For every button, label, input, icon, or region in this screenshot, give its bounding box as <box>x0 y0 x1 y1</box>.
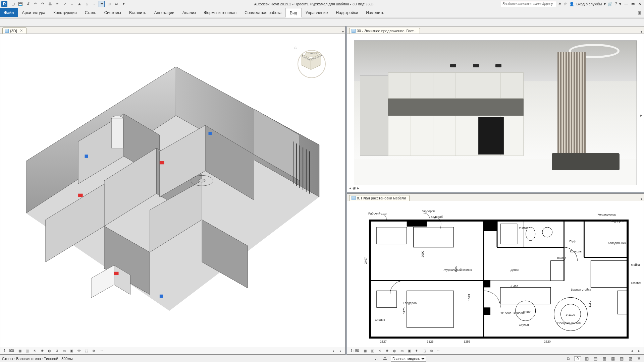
view-tab-3d[interactable]: {3D} ✕ <box>2 27 26 34</box>
vcb-plan-temp-icon[interactable]: ⬚ <box>421 348 427 354</box>
vcb-render-icon[interactable]: ⚙ <box>54 348 60 354</box>
qat-open-icon[interactable]: ▢ <box>10 1 16 7</box>
tab-annotate[interactable]: Аннотации <box>150 8 178 17</box>
vcb-shadow-icon[interactable]: ◐ <box>47 348 52 354</box>
status-filter3-icon[interactable]: ▦ <box>601 356 607 361</box>
vcb-plan-detail-icon[interactable]: ◫ <box>370 348 375 354</box>
canvas-render[interactable]: ◂ ◉ ▸ ▸ <box>347 34 644 192</box>
tab-systems[interactable]: Системы <box>100 8 125 17</box>
vcb-plan-crop-icon[interactable]: ▭ <box>399 348 405 354</box>
vcb-plan-graphics-icon[interactable]: ▦ <box>362 348 368 354</box>
subscription-icon[interactable]: ✶ <box>558 2 561 6</box>
status-filter6-icon[interactable]: ▨ <box>627 356 633 361</box>
canvas-3d[interactable]: ⌂ Сверху Слева Сторона <box>0 34 345 347</box>
ribbon-collapse-icon[interactable]: ▣ <box>635 8 644 17</box>
vcb-more-icon[interactable]: ⋯ <box>99 348 104 354</box>
exchange-icon[interactable]: 🛒 <box>608 2 613 6</box>
qat-undo-icon[interactable]: ↶ <box>32 1 38 7</box>
status-filter2-icon[interactable]: ▤ <box>592 356 598 361</box>
vcb-plan-style-icon[interactable]: ☀ <box>377 348 382 354</box>
status-filter1-icon[interactable]: ▥ <box>584 356 590 361</box>
qat-text-icon[interactable]: A <box>76 1 83 7</box>
status-link-icon[interactable]: 🖧 <box>382 356 388 361</box>
view-plan-maximize-icon[interactable]: ▾ <box>641 197 642 201</box>
vcb-sun-icon[interactable]: ✺ <box>40 348 45 354</box>
qat-thinlines-icon[interactable]: ≣ <box>99 1 105 7</box>
canvas-plan[interactable]: Рабочий стол Гардероб Гардероб Унитаз Ко… <box>347 201 644 347</box>
qat-sync-icon[interactable]: ↺ <box>25 1 31 7</box>
scale-3d[interactable]: 1 : 100 <box>2 349 15 353</box>
signin-dropdown-icon[interactable]: ▾ <box>604 2 606 6</box>
qat-redo-icon[interactable]: ↷ <box>40 1 46 7</box>
qat-component-icon[interactable]: ⌂ <box>84 1 90 7</box>
qat-save-icon[interactable]: 💾 <box>17 1 23 7</box>
tab-collaborate[interactable]: Совместная работа <box>240 8 285 17</box>
vcb-plan-reveal-icon[interactable]: ⧉ <box>429 348 434 354</box>
view-3d-maximize-icon[interactable]: ▾ <box>342 30 344 34</box>
tab-view[interactable]: Вид <box>285 8 302 17</box>
view-tab-render[interactable]: 30 - Эскизное предложение. Гост... <box>349 28 420 34</box>
render-prev-icon[interactable]: ◂ <box>349 186 351 190</box>
qat-measure-icon[interactable]: ≡ <box>54 1 60 7</box>
vcb-unhide-icon[interactable]: 👁 <box>76 348 82 354</box>
vcb-plan-cropvis-icon[interactable]: ▣ <box>407 348 412 354</box>
qat-print-icon[interactable]: 🖶 <box>47 1 53 7</box>
minimize-button[interactable]: — <box>623 2 629 6</box>
tab-massing[interactable]: Формы и генплан <box>200 8 240 17</box>
tab-steel[interactable]: Сталь <box>81 8 100 17</box>
vcb-style-icon[interactable]: ☀ <box>32 348 38 354</box>
qat-align-icon[interactable]: ↗ <box>62 1 68 7</box>
vcb-scroll-right-icon[interactable]: ▸ <box>338 348 343 354</box>
qat-dim-icon[interactable]: ↔ <box>69 1 75 7</box>
vcb-plan-sun-icon[interactable]: ✺ <box>384 348 390 354</box>
tab-insert[interactable]: Вставить <box>125 8 150 17</box>
qat-dropdown-icon[interactable]: ▾ <box>121 1 127 7</box>
help-dropdown-icon[interactable]: ▾ <box>619 2 621 6</box>
status-filter4-icon[interactable]: ▩ <box>610 356 616 361</box>
render-scroll-right-icon[interactable]: ▸ <box>640 113 642 118</box>
tab-structure[interactable]: Конструкция <box>49 8 81 17</box>
qat-close-hidden-icon[interactable]: ⊞ <box>106 1 112 7</box>
qat-arrow-icon[interactable]: → <box>91 1 97 7</box>
vcb-cropvis-icon[interactable]: ▣ <box>69 348 74 354</box>
label-garderob3: Гардероб <box>611 220 624 223</box>
vcb-temp-icon[interactable]: ⬚ <box>84 348 89 354</box>
user-icon[interactable]: 👤 <box>569 2 574 6</box>
render-thumb-icon[interactable]: ◉ <box>353 186 356 190</box>
vcb-plan-shadow-icon[interactable]: ◐ <box>392 348 397 354</box>
signin-label[interactable]: Вход в службы <box>576 2 602 6</box>
favorite-icon[interactable]: ☆ <box>564 2 567 6</box>
render-next-icon[interactable]: ▸ <box>357 186 359 190</box>
status-filter7-icon[interactable]: ∇ <box>636 356 642 361</box>
vcb-crop-icon[interactable]: ▭ <box>62 348 67 354</box>
tab-file[interactable]: Файл <box>0 8 18 17</box>
help-icon[interactable]: ? <box>615 2 617 6</box>
revit-app-icon[interactable]: R <box>1 1 7 7</box>
vcb-plan-scroll-left-icon[interactable]: ◂ <box>629 348 634 354</box>
tab-architecture[interactable]: Архитектура <box>18 8 50 17</box>
vcb-reveal-icon[interactable]: ⧉ <box>91 348 97 354</box>
status-select-icon[interactable]: ⧉ <box>566 356 572 361</box>
close-button[interactable]: ✕ <box>637 2 643 6</box>
vcb-plan-more-icon[interactable]: ⋯ <box>436 348 441 354</box>
status-main-model-select[interactable]: Главная модель <box>391 356 426 362</box>
scale-plan[interactable]: 1 : 50 <box>349 349 360 353</box>
vcb-graphics-icon[interactable]: ▦ <box>17 348 23 354</box>
label-garderob1: Гардероб <box>422 209 435 213</box>
view-tab-plan[interactable]: 8. План расстановки мебели <box>349 195 410 201</box>
maximize-button[interactable]: ▭ <box>630 2 636 6</box>
tab-manage[interactable]: Управление <box>302 8 332 17</box>
view-render-maximize-icon[interactable]: ▾ <box>641 30 642 34</box>
status-filter5-icon[interactable]: ▧ <box>619 356 625 361</box>
vcb-scroll-left-icon[interactable]: ◂ <box>330 348 336 354</box>
tab-analyze[interactable]: Анализ <box>178 8 200 17</box>
view-tab-3d-close-icon[interactable]: ✕ <box>20 28 23 33</box>
tab-addins[interactable]: Надстройки <box>332 8 362 17</box>
vcb-detail-icon[interactable]: ◫ <box>25 348 30 354</box>
search-input[interactable] <box>501 1 556 7</box>
qat-switch-win-icon[interactable]: ⧉ <box>113 1 119 7</box>
vcb-plan-scroll-right-icon[interactable]: ▸ <box>636 348 642 354</box>
status-workset-icon[interactable]: ⛬ <box>373 356 379 361</box>
vcb-plan-unhide-icon[interactable]: 👁 <box>414 348 419 354</box>
tab-modify[interactable]: Изменить <box>362 8 388 17</box>
